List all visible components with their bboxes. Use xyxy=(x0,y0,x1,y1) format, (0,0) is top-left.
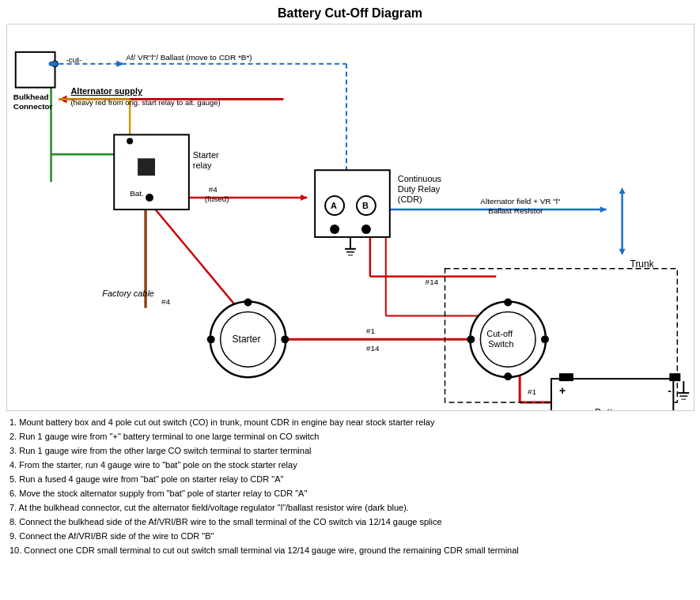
instruction-7: 7. At the bulkhead connector, cut the al… xyxy=(9,501,691,515)
instruction-3: 3. Run 1 gauge wire from the other large… xyxy=(9,444,691,458)
instruction-2: 2. Run 1 gauge wire from "+" battery ter… xyxy=(9,430,691,443)
svg-text:A: A xyxy=(331,201,337,210)
svg-point-55 xyxy=(541,335,549,343)
svg-text:Alternator field + VR "l": Alternator field + VR "l" xyxy=(480,197,561,206)
svg-point-54 xyxy=(504,372,512,380)
svg-text:Battery: Battery xyxy=(595,406,628,410)
svg-rect-58 xyxy=(559,373,573,381)
svg-text:#4: #4 xyxy=(209,185,218,194)
svg-text:relay: relay xyxy=(193,160,212,170)
svg-text:Continuous: Continuous xyxy=(398,174,442,183)
instructions-area: 1. Mount battery box and 4 pole cut out … xyxy=(6,416,694,557)
svg-text:Factory cable: Factory cable xyxy=(102,289,154,298)
svg-text:-cut-: -cut- xyxy=(66,55,81,64)
instruction-8: 8. Connect the bulkhead side of the Af/V… xyxy=(9,515,691,529)
svg-point-53 xyxy=(504,299,512,307)
instruction-9: 9. Connect the Af/VRI/BR side of the wir… xyxy=(9,530,691,543)
svg-text:(heavy red from orig. start re: (heavy red from orig. start relay to alt… xyxy=(70,98,220,107)
svg-text:Duty Relay: Duty Relay xyxy=(398,184,441,194)
instruction-5: 5. Run a fused 4 gauge wire from "bat" p… xyxy=(9,473,691,486)
svg-rect-27 xyxy=(16,52,55,88)
svg-text:-: - xyxy=(668,384,672,397)
instruction-6: 6. Move the stock alternator supply from… xyxy=(9,487,691,500)
svg-text:Starter: Starter xyxy=(233,334,261,345)
instruction-10: 10. Connect one CDR small terminal to cu… xyxy=(9,544,691,557)
main-container: Battery Cut-Off Diagram xyxy=(0,0,700,600)
svg-point-33 xyxy=(127,138,133,144)
svg-text:#14: #14 xyxy=(426,277,439,286)
svg-point-48 xyxy=(207,335,215,343)
diagram-svg: Factory cable xyxy=(7,25,694,410)
svg-text:Connector: Connector xyxy=(13,102,53,111)
svg-text:Cut-off: Cut-off xyxy=(486,329,513,338)
svg-text:#14: #14 xyxy=(366,344,380,353)
svg-text:#1: #1 xyxy=(366,326,376,335)
svg-text:Bulkhead: Bulkhead xyxy=(13,92,49,101)
svg-text:Alternator supply: Alternator supply xyxy=(70,86,142,96)
svg-text:Ballast Resistor: Ballast Resistor xyxy=(488,206,543,215)
svg-point-47 xyxy=(244,299,252,307)
svg-text:(fused): (fused) xyxy=(205,194,229,203)
svg-text:(CDR): (CDR) xyxy=(398,194,422,204)
diagram-area: Factory cable xyxy=(6,24,694,411)
svg-point-39 xyxy=(330,225,339,234)
svg-text:Starter: Starter xyxy=(193,150,219,160)
svg-text:#4: #4 xyxy=(161,297,171,306)
page-title: Battery Cut-Off Diagram xyxy=(6,6,694,21)
svg-point-52 xyxy=(467,335,475,343)
svg-point-49 xyxy=(281,335,289,343)
svg-text:Bat.: Bat. xyxy=(130,189,144,198)
instruction-4: 4. From the starter, run 4 gauge wire to… xyxy=(9,458,691,472)
svg-rect-59 xyxy=(669,373,680,381)
svg-point-29 xyxy=(49,62,54,66)
svg-text:#1: #1 xyxy=(528,387,537,396)
svg-rect-31 xyxy=(138,158,155,175)
svg-point-40 xyxy=(361,225,371,234)
svg-point-32 xyxy=(146,194,153,202)
svg-text:Af/ VR"l"/ Ballast (move to CD: Af/ VR"l"/ Ballast (move to CDR *B*) xyxy=(126,53,252,62)
svg-text:Trunk: Trunk xyxy=(630,258,654,270)
svg-text:B: B xyxy=(362,201,369,210)
svg-text:+: + xyxy=(559,384,566,397)
instruction-1: 1. Mount battery box and 4 pole cut out … xyxy=(9,416,691,429)
svg-text:Switch: Switch xyxy=(488,339,513,349)
